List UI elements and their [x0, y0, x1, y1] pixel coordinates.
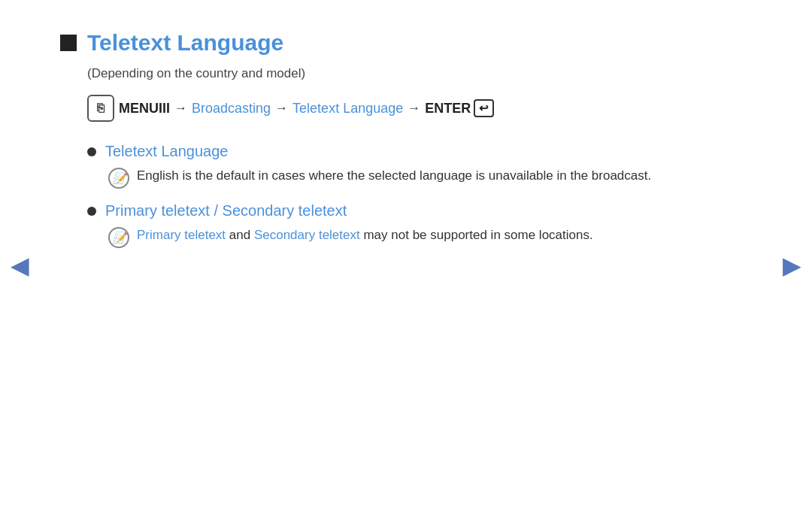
secondary-teletext-label: Secondary teletext: [223, 202, 347, 219]
broadcasting-link: Broadcasting: [192, 101, 271, 117]
menu-arrow-1: →: [174, 101, 187, 116]
note-secondary-label: Secondary teletext: [254, 228, 360, 242]
menu-path: ⎘ MENUIII → Broadcasting → Teletext Lang…: [87, 95, 752, 122]
subtitle-text: (Depending on the country and model): [87, 66, 752, 81]
menu-arrow-2: →: [275, 101, 288, 116]
enter-label: ENTER: [425, 101, 471, 117]
title-row: Teletext Language: [60, 30, 752, 56]
note-primary-label: Primary teletext: [137, 228, 226, 242]
nav-arrow-left[interactable]: ◀: [11, 251, 29, 280]
note-icon-1: 📝: [108, 168, 129, 189]
primary-teletext-label: Primary teletext: [105, 202, 210, 219]
note-row-2: 📝 Primary teletext and Secondary teletex…: [108, 226, 752, 248]
bullet-dot-icon: [87, 207, 96, 216]
note-text-1: English is the default in cases where th…: [137, 166, 651, 186]
menu-icon: ⎘: [87, 95, 114, 122]
title-square-icon: [60, 35, 77, 51]
bullet-dot-icon: [87, 147, 96, 156]
bullet-content-1: Teletext Language 📝 English is the defau…: [105, 143, 752, 189]
enter-button: ENTER↩: [425, 99, 494, 117]
enter-icon: ↩: [474, 99, 494, 117]
list-item: Teletext Language 📝 English is the defau…: [87, 143, 752, 189]
nav-arrow-right[interactable]: ▶: [783, 251, 801, 280]
bullet-content-2: Primary teletext / Secondary teletext 📝 …: [105, 202, 752, 248]
page-container: Teletext Language (Depending on the coun…: [0, 0, 812, 530]
note-text-2: Primary teletext and Secondary teletext …: [137, 226, 593, 245]
menu-word: MENUIII: [119, 101, 170, 117]
bullet-title-2: Primary teletext / Secondary teletext: [105, 202, 752, 220]
teletext-language-link: Teletext Language: [292, 101, 403, 117]
menu-arrow-3: →: [408, 101, 420, 116]
note-icon-2: 📝: [108, 227, 129, 248]
page-title: Teletext Language: [87, 30, 283, 56]
list-item: Primary teletext / Secondary teletext 📝 …: [87, 202, 752, 248]
note-row-1: 📝 English is the default in cases where …: [108, 166, 752, 189]
bullet-list: Teletext Language 📝 English is the defau…: [87, 143, 752, 248]
bullet-title-1: Teletext Language: [105, 143, 752, 160]
